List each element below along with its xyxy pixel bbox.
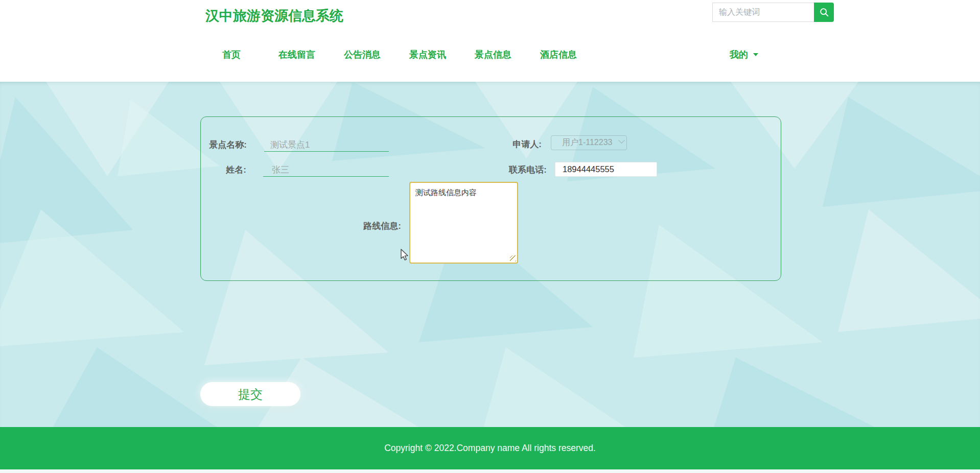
site-title: 汉中旅游资源信息系统 [205,7,343,25]
applicant-select-value: 用户1-112233 [562,137,612,148]
bottom-strip [0,469,980,473]
resize-handle-icon[interactable] [510,255,516,262]
route-info-textarea[interactable]: 测试路线信息内容 [409,182,518,264]
phone-input[interactable] [555,162,657,177]
name-label: 姓名: [184,164,246,176]
phone-label: 联系电话: [480,164,547,176]
applicant-label: 申请人: [480,138,542,150]
nav-item-hotel-info[interactable]: 酒店信息 [526,49,591,60]
footer: Copyright © 2022.Company name All rights… [0,427,980,469]
page: 汉中旅游资源信息系统 首页 在线留言 公告消息 景点资讯 景点信息 酒店信息 我… [0,0,980,473]
route-info-label: 路线信息: [335,220,401,232]
nav-item-attraction-news[interactable]: 景点资讯 [395,49,460,60]
name-input[interactable] [263,163,389,177]
mouse-cursor-icon [401,249,412,262]
search-icon [819,7,830,18]
nav-item-home[interactable]: 首页 [199,49,264,60]
copyright-text: Copyright © 2022.Company name All rights… [384,443,596,454]
attraction-name-input[interactable] [264,138,389,152]
nav-item-attraction-info[interactable]: 景点信息 [460,49,526,60]
main-nav: 首页 在线留言 公告消息 景点资讯 景点信息 酒店信息 [199,49,591,60]
user-menu-label: 我的 [730,49,748,60]
chevron-down-icon [619,137,625,144]
nav-item-messages[interactable]: 在线留言 [264,49,330,60]
attraction-name-label: 景点名称: [184,139,247,151]
applicant-select[interactable]: 用户1-112233 [551,135,627,150]
caret-down-icon [753,53,758,56]
search-input[interactable] [712,3,814,22]
header: 汉中旅游资源信息系统 首页 在线留言 公告消息 景点资讯 景点信息 酒店信息 我… [0,0,980,82]
submit-button[interactable]: 提交 [200,382,300,406]
search-button[interactable] [814,3,834,22]
user-menu[interactable]: 我的 [730,49,758,60]
search-bar [712,3,834,22]
nav-item-notices[interactable]: 公告消息 [330,49,395,60]
